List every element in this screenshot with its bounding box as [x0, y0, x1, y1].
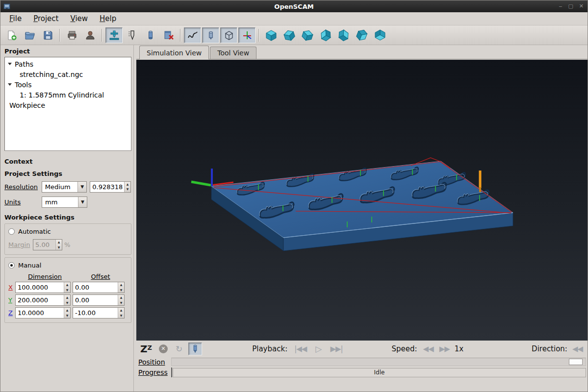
view-angle-5-button[interactable] [335, 27, 352, 43]
spin-down-icon[interactable]: ▼ [64, 288, 70, 293]
tool-test-button[interactable] [124, 27, 141, 43]
direction-icon[interactable]: ◀◀ [572, 344, 583, 353]
toggle-bounds-button[interactable] [220, 27, 237, 43]
spin-down-icon[interactable]: ▼ [118, 313, 124, 318]
automatic-radio-row[interactable]: Automatic [8, 226, 128, 236]
clear-surface-icon[interactable]: ✕ [159, 344, 168, 353]
play-icon[interactable]: ▷ [315, 344, 321, 354]
units-select[interactable]: mm ▼ [42, 196, 87, 208]
view-angle-4-button[interactable] [317, 27, 334, 43]
toggle-path-button[interactable] [184, 27, 201, 43]
chevron-down-icon[interactable]: ▼ [77, 182, 86, 192]
progress-label[interactable]: Progress [138, 368, 168, 376]
position-slider-handle[interactable] [569, 359, 583, 365]
spin-up-icon[interactable]: ▲ [64, 308, 70, 313]
menu-view[interactable]: View [64, 13, 94, 24]
zero-z-button[interactable]: Z Z [140, 344, 152, 354]
chevron-down-icon[interactable]: ▼ [78, 197, 87, 207]
simulation-viewport[interactable] [136, 60, 588, 341]
tree-item-tool-1[interactable]: 1: 1.5875mm Cylindrical [5, 90, 131, 100]
view-angle-6-button[interactable] [353, 27, 370, 43]
minimize-button[interactable]: ‒ [559, 0, 562, 12]
titlebar[interactable]: OpenSCAM ‒ ▢ ✕ [0, 0, 588, 12]
simulate-button[interactable] [105, 27, 123, 43]
menu-file[interactable]: File [3, 13, 27, 24]
skip-to-start-icon[interactable]: |◀◀ [294, 344, 307, 353]
menu-project[interactable]: Project [27, 13, 64, 24]
save-project-button[interactable] [39, 27, 56, 43]
expander-icon[interactable] [8, 63, 12, 65]
tree-item-label[interactable]: Tools [15, 81, 32, 89]
x-offset-spinner[interactable]: 0.00 ▲▼ [73, 282, 125, 293]
manual-radio[interactable] [8, 262, 15, 269]
spin-up-icon[interactable]: ▲ [64, 295, 70, 300]
y-offset-spinner[interactable]: 0.00 ▲▼ [73, 294, 125, 306]
show-tool-button[interactable] [142, 27, 159, 43]
spin-up-icon[interactable]: ▲ [118, 282, 124, 288]
z-small-icon[interactable]: Z [148, 344, 152, 351]
spin-down-icon[interactable]: ▼ [64, 313, 70, 318]
automatic-radio[interactable] [8, 228, 15, 235]
resolution-label[interactable]: Resolution [4, 183, 38, 191]
units-label[interactable]: Units [4, 198, 21, 206]
spin-down-icon[interactable]: ▼ [64, 300, 70, 306]
spin-down-icon[interactable]: ▼ [56, 245, 62, 250]
menu-help[interactable]: Help [94, 13, 122, 24]
export-button[interactable] [63, 27, 80, 43]
position-slider[interactable] [171, 358, 586, 366]
tab-simulation-view[interactable]: Simulation View [139, 46, 209, 59]
spin-down-icon[interactable]: ▼ [125, 187, 130, 192]
stop-button[interactable] [160, 27, 177, 43]
close-button[interactable]: ✕ [579, 0, 584, 12]
spin-up-icon[interactable]: ▲ [56, 240, 62, 245]
spin-down-icon[interactable]: ▼ [118, 288, 124, 293]
view-angle-1-button[interactable] [262, 27, 280, 43]
spin-down-icon[interactable]: ▼ [118, 300, 124, 306]
tree-item-paths[interactable]: Paths [5, 59, 131, 69]
x-dimension-spinner[interactable]: 100.0000 ▲▼ [15, 282, 71, 293]
tree-item-label[interactable]: stretching_cat.ngc [20, 71, 83, 78]
refresh-icon[interactable]: ↻ [176, 344, 182, 354]
view-angle-2-button[interactable] [281, 27, 298, 43]
offset-header[interactable]: Offset [91, 273, 110, 280]
view-angle-3-button[interactable] [299, 27, 316, 43]
spin-up-icon[interactable]: ▲ [64, 282, 70, 288]
z-large-icon[interactable]: Z [140, 344, 148, 354]
new-project-button[interactable] [3, 27, 20, 43]
tree-item-gcode-file[interactable]: stretching_cat.ngc [5, 69, 131, 79]
resolution-select[interactable]: Medium ▼ [42, 181, 87, 193]
open-project-button[interactable] [21, 27, 38, 43]
z-offset-spinner[interactable]: -10.00 ▲▼ [73, 307, 125, 318]
maximize-button[interactable]: ▢ [568, 0, 573, 12]
skip-to-end-icon[interactable]: ▶▶| [330, 344, 342, 353]
faster-icon[interactable]: ▶▶ [439, 344, 450, 353]
dimension-header[interactable]: Dimension [28, 273, 62, 280]
tree-item-label[interactable]: Workpiece [9, 101, 45, 109]
expander-icon[interactable] [8, 83, 12, 86]
tree-item-workpiece[interactable]: Workpiece [5, 100, 131, 110]
manual-radio-row[interactable]: Manual [8, 260, 128, 270]
spin-up-icon[interactable]: ▲ [125, 182, 130, 187]
position-label[interactable]: Position [138, 358, 165, 366]
margin-spinner[interactable]: 5.00 ▲▼ [33, 239, 62, 250]
y-dimension-spinner[interactable]: 200.0000 ▲▼ [15, 294, 71, 306]
slower-icon[interactable]: ◀◀ [423, 344, 434, 353]
z-axis-label[interactable]: Z [8, 309, 13, 317]
show-tool-toggle-button[interactable] [188, 343, 202, 355]
margin-label[interactable]: Margin [8, 241, 30, 248]
tree-item-label[interactable]: 1: 1.5875mm Cylindrical [20, 91, 104, 99]
toggle-tool-button[interactable] [202, 27, 219, 43]
x-axis-label[interactable]: X [8, 284, 13, 291]
tree-item-label[interactable]: Paths [15, 60, 33, 68]
about-user-button[interactable] [81, 27, 99, 43]
view-angle-7-button[interactable] [371, 27, 388, 43]
tab-tool-view[interactable]: Tool View [210, 47, 256, 59]
z-dimension-spinner[interactable]: 10.0000 ▲▼ [15, 307, 71, 318]
progress-grip[interactable] [171, 368, 172, 377]
spin-up-icon[interactable]: ▲ [118, 308, 124, 313]
spin-up-icon[interactable]: ▲ [118, 295, 124, 300]
tree-item-tools[interactable]: Tools [5, 79, 131, 90]
project-tree[interactable]: Paths stretching_cat.ngc Tools 1: 1.5875… [4, 57, 131, 151]
resolution-number-spinner[interactable]: 0.928318 ▲▼ [90, 181, 131, 193]
toggle-axes-button[interactable] [238, 27, 256, 43]
